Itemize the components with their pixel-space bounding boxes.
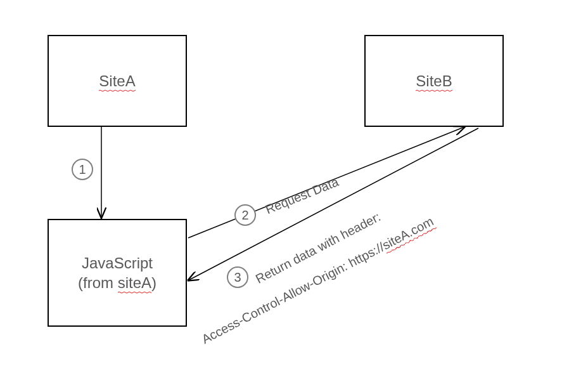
step-2-num: 2 bbox=[241, 208, 248, 223]
js-line2-pre: (from bbox=[78, 274, 118, 291]
js-line2: (from siteA) bbox=[78, 273, 157, 292]
step-1-circle: 1 bbox=[72, 159, 93, 180]
box-site-b: SiteB bbox=[364, 35, 504, 127]
step-3-circle: 3 bbox=[227, 266, 248, 288]
site-a-label: SiteA bbox=[99, 71, 135, 91]
box-javascript: JavaScript (from siteA) bbox=[48, 219, 187, 327]
js-line1: JavaScript bbox=[82, 253, 153, 273]
site-b-text: SiteB bbox=[416, 72, 452, 89]
site-a-text: SiteA bbox=[99, 72, 135, 89]
js-line2-post: ) bbox=[151, 274, 157, 291]
step-3-num: 3 bbox=[234, 270, 241, 285]
step-2-circle: 2 bbox=[234, 204, 256, 226]
arrow-3 bbox=[188, 128, 478, 280]
box-site-a: SiteA bbox=[48, 35, 187, 127]
site-b-label: SiteB bbox=[416, 71, 452, 91]
step-1-num: 1 bbox=[79, 162, 86, 177]
return-l2-sq: siteA.com bbox=[380, 214, 436, 252]
request-label: Request Data bbox=[264, 174, 341, 217]
js-line2-sq: siteA bbox=[118, 274, 151, 291]
